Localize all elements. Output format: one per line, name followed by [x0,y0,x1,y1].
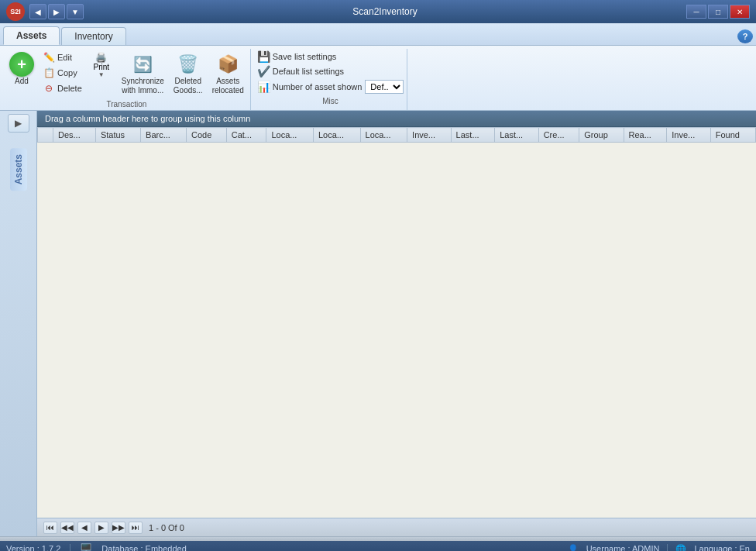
th-description[interactable]: Des... [53,128,96,143]
nav-menu-btn[interactable]: ▼ [67,4,84,19]
number-asset-label: Number of asset shown [273,82,363,91]
misc-group: 💾 Save list settings ✔️ Default list set… [254,49,408,110]
add-icon: + [9,52,34,77]
delete-icon: ⊖ [43,82,55,95]
relocated-label: Assetsrelocated [212,77,244,95]
deleted-label: DeletedGoods... [174,77,203,95]
side-collapse-btn[interactable]: ▶ [8,114,29,133]
default-list-settings-btn[interactable]: Default list settings [273,67,344,76]
group-header: Drag a column header here to group using… [37,111,756,127]
status-separator-2 [667,544,668,551]
first-page-btn[interactable]: ⏮ [43,522,57,534]
copy-icon: 📋 [43,67,55,79]
th-group[interactable]: Group [579,128,624,143]
default-list-icon: ✔️ [257,65,270,77]
number-asset-select[interactable]: Def... 50 100 200 All [365,80,404,94]
th-code[interactable]: Code [186,128,226,143]
pagination-bar: ⏮ ◀◀ ◀ ▶ ▶▶ ⏭ 1 - 0 Of 0 [37,518,756,536]
misc-items: 💾 Save list settings ✔️ Default list set… [257,49,404,95]
number-of-asset-row: 📊 Number of asset shown Def... 50 100 20… [257,80,404,94]
status-bar: Version : 1.7.2 🖥️ Database : Embedded 👤… [0,541,756,551]
tab-inventory[interactable]: Inventory [61,27,125,45]
print-icon: 🖨️ [95,52,107,63]
ribbon: + Add ✏️ Edit 📋 Copy ⊖ [0,46,756,111]
delete-button[interactable]: ⊖ Delete [40,81,84,95]
deleted-goods-button[interactable]: 🗑️ DeletedGoods... [170,50,206,97]
th-category[interactable]: Cat... [226,128,266,143]
maximize-btn[interactable]: □ [708,5,728,19]
database-icon: 🖥️ [80,543,92,552]
assets-relocated-button[interactable]: 📦 Assetsrelocated [209,50,247,97]
transaction-label: Transaction [6,98,247,110]
th-reason[interactable]: Rea... [624,128,667,143]
print-dropdown-arrow: ▼ [98,71,105,78]
save-list-settings-row: 💾 Save list settings [257,50,404,63]
grid-table: Des... Status Barc... Code Cat... Loca..… [37,127,756,143]
th-inventory2[interactable]: Inve... [667,128,711,143]
tab-assets[interactable]: Assets [3,26,60,45]
help-button[interactable]: ? [737,29,753,43]
print-button[interactable]: 🖨️ Print ▼ [88,50,115,80]
side-panel: ▶ Assets [0,111,37,536]
database-label: Database : Embedded [101,544,186,551]
username-label: Username : ADMIN [586,544,660,551]
relocated-icon: 📦 [215,52,240,77]
edit-label: Edit [57,53,72,62]
add-button[interactable]: + Add [6,50,37,87]
prev-page-btn[interactable]: ◀ [77,522,91,534]
title-bar: S2I ◀ ▶ ▼ Scan2Inventory ─ □ ✕ [0,0,756,23]
save-list-icon: 💾 [257,50,270,63]
status-right: 👤 Username : ADMIN 🌐 Language : En [568,544,750,552]
grid-table-container[interactable]: Des... Status Barc... Code Cat... Loca..… [37,127,756,518]
th-barcode[interactable]: Barc... [141,128,187,143]
th-status[interactable]: Status [95,128,140,143]
prev-prev-page-btn[interactable]: ◀◀ [60,522,74,534]
number-asset-icon: 📊 [257,81,270,93]
add-label: Add [15,77,29,85]
title-bar-left: S2I ◀ ▶ ▼ [6,2,84,21]
page-info: 1 - 0 Of 0 [149,523,184,532]
print-label: Print [94,63,110,71]
th-last2[interactable]: Last... [495,128,539,143]
window-title: Scan2Inventory [352,6,417,17]
th-last1[interactable]: Last... [451,128,495,143]
sync-button[interactable]: 🔄 Synchronizewith Immo... [119,50,167,97]
minimize-btn[interactable]: ─ [686,5,706,19]
transaction-group: + Add ✏️ Edit 📋 Copy ⊖ [3,49,251,110]
content-area: ▶ Assets Drag a column header here to gr… [0,111,756,536]
side-assets-tab[interactable]: Assets [10,148,27,191]
close-btn[interactable]: ✕ [730,5,750,19]
delete-label: Delete [57,84,82,93]
th-location2[interactable]: Loca... [313,128,360,143]
status-separator-1 [70,544,70,551]
nav-back-btn[interactable]: ◀ [29,4,46,19]
next-page-btn[interactable]: ▶ [94,522,108,534]
th-location1[interactable]: Loca... [266,128,314,143]
version-label: Version : 1.7.2 [6,544,60,551]
next-next-page-btn[interactable]: ▶▶ [112,522,125,534]
th-location3[interactable]: Loca... [360,128,407,143]
app-logo: S2I [6,2,25,21]
tabs-bar: Assets Inventory ? [0,23,756,46]
misc-label: Misc [257,97,404,105]
ribbon-content: + Add ✏️ Edit 📋 Copy ⊖ [0,46,756,111]
sync-icon: 🔄 [130,52,155,77]
edit-copy-delete-group: ✏️ Edit 📋 Copy ⊖ Delete [40,50,84,95]
title-bar-nav: ◀ ▶ ▼ [29,4,84,19]
sync-label: Synchronizewith Immo... [122,77,164,95]
edit-icon: ✏️ [43,51,55,64]
copy-button[interactable]: 📋 Copy [40,66,84,80]
nav-forward-btn[interactable]: ▶ [48,4,65,19]
th-found[interactable]: Found [710,128,755,143]
window-controls: ─ □ ✕ [686,5,750,19]
th-created[interactable]: Cre... [538,128,579,143]
last-page-btn[interactable]: ⏭ [129,522,143,534]
grid-area: Drag a column header here to group using… [37,111,756,536]
edit-button[interactable]: ✏️ Edit [40,50,84,64]
th-inventory1[interactable]: Inve... [407,128,452,143]
save-list-settings-btn[interactable]: Save list settings [273,52,337,61]
deleted-icon: 🗑️ [176,52,201,77]
th-row-num [38,128,53,143]
language-label: Language : En [694,544,750,551]
language-icon: 🌐 [675,544,686,552]
